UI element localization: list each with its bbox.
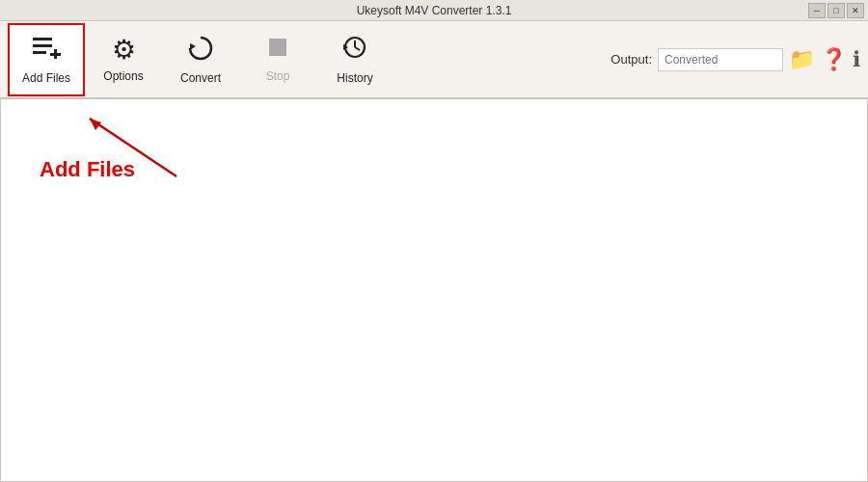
add-files-icon	[31, 34, 62, 66]
info-button[interactable]: ℹ	[853, 49, 860, 70]
maximize-button[interactable]: □	[827, 3, 845, 18]
stop-label: Stop	[266, 69, 290, 83]
history-button[interactable]: History	[316, 23, 393, 96]
title-bar: Ukeysoft M4V Converter 1.3.1 ─ □ ✕	[0, 0, 868, 21]
convert-icon	[186, 34, 215, 66]
add-files-label: Add Files	[22, 71, 70, 85]
svg-line-9	[355, 47, 360, 50]
help-button[interactable]: ❓	[821, 49, 847, 70]
svg-rect-1	[33, 44, 52, 47]
toolbar: Add Files ⚙ Options Convert Stop	[0, 21, 868, 98]
add-files-button[interactable]: Add Files	[8, 23, 85, 96]
svg-rect-4	[50, 53, 61, 56]
options-label: Options	[103, 69, 143, 83]
convert-label: Convert	[180, 71, 221, 85]
convert-button[interactable]: Convert	[162, 23, 239, 96]
window-controls: ─ □ ✕	[808, 3, 864, 18]
folder-button[interactable]: 📁	[789, 49, 815, 70]
svg-rect-0	[33, 38, 52, 40]
stop-button[interactable]: Stop	[239, 23, 316, 96]
minimize-button[interactable]: ─	[808, 3, 826, 18]
gear-icon: ⚙	[112, 37, 136, 64]
stop-icon	[266, 36, 289, 64]
output-label: Output:	[610, 52, 652, 67]
close-button[interactable]: ✕	[847, 3, 864, 18]
svg-marker-5	[190, 43, 196, 50]
output-input[interactable]	[658, 48, 783, 71]
info-icon: ℹ	[853, 47, 860, 71]
main-content: Add Files	[0, 98, 868, 482]
svg-rect-6	[269, 39, 286, 56]
svg-rect-2	[33, 51, 46, 54]
svg-marker-12	[90, 119, 101, 130]
add-files-tooltip: Add Files	[40, 157, 135, 182]
options-button[interactable]: ⚙ Options	[85, 23, 162, 96]
window-title: Ukeysoft M4V Converter 1.3.1	[357, 4, 512, 17]
help-icon: ❓	[821, 47, 847, 71]
history-label: History	[337, 71, 372, 85]
output-area: Output: 📁 ❓ ℹ	[610, 48, 860, 71]
folder-icon: 📁	[789, 47, 815, 71]
history-icon	[340, 34, 369, 66]
